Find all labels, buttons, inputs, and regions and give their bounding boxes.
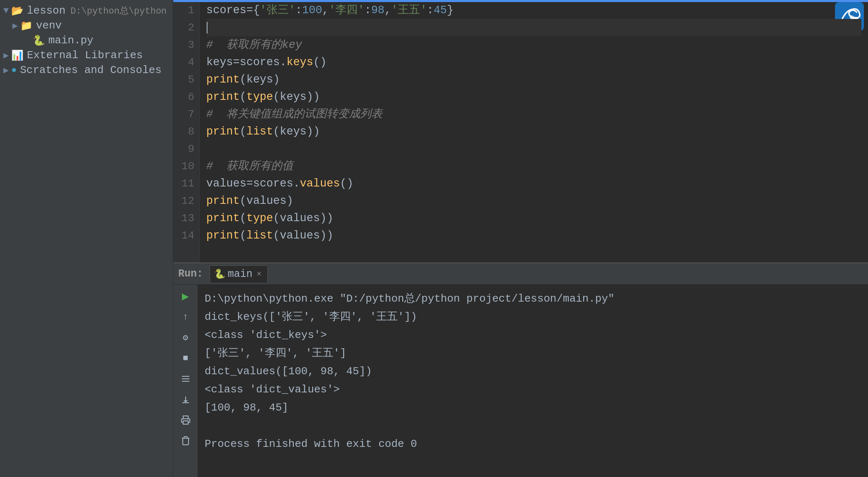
code-text-8: print(list(keys)) [206, 123, 320, 140]
svg-rect-5 [183, 421, 188, 424]
code-editor[interactable]: scores={'张三':100,'李四':98,'王五':45} # 获取所有… [200, 2, 868, 262]
code-text-13: print(type(values)) [206, 210, 333, 227]
main-area: 1 2 3 4 5 6 7 8 9 10 11 12 13 14 scores=… [173, 0, 868, 477]
code-line-8: print(list(keys)) [206, 123, 861, 140]
run-output-line-4: ['张三', '李四', '王五'] [205, 344, 861, 362]
run-scroll-up-button[interactable]: ↑ [178, 309, 193, 324]
sidebar: ▼ 📂 lesson D:\python总\python project\les… [0, 0, 173, 477]
line-num-11: 11 [173, 175, 194, 192]
line-num-10: 10 [173, 158, 194, 175]
code-line-6: print(type(keys)) [206, 88, 861, 106]
trash-icon [181, 436, 191, 446]
code-line-14: print(list(values)) [206, 227, 861, 244]
sidebar-item-main-py[interactable]: ▶ 🐍 main.py [0, 33, 173, 48]
line-numbers: 1 2 3 4 5 6 7 8 9 10 11 12 13 14 [173, 2, 200, 262]
run-output-area: ▶ ↑ ⚙ ■ [173, 285, 868, 477]
run-stop-button[interactable]: ■ [178, 351, 193, 366]
run-output-line-7: [100, 98, 45] [205, 399, 861, 417]
download-icon [181, 394, 191, 404]
run-output-line-1: D:\python\python.exe "D:/python总/python … [205, 290, 861, 308]
line-num-3: 3 [173, 36, 194, 54]
line-num-2: 2 [173, 19, 194, 36]
code-line-10: # 获取所有的值 [206, 158, 861, 175]
code-text-5: print(keys) [206, 71, 280, 88]
code-line-4: keys=scores.keys() [206, 54, 861, 71]
code-line-12: print(values) [206, 192, 861, 210]
line-num-13: 13 [173, 210, 194, 227]
sidebar-item-label-scratches: Scratches and Consoles [20, 64, 161, 76]
run-pin-button[interactable] [178, 371, 193, 386]
sidebar-item-path-lesson: D:\python总\python project\lesson [71, 5, 173, 17]
line-num-12: 12 [173, 192, 194, 210]
run-output-line-3: <class 'dict_keys'> [205, 326, 861, 344]
code-text-10: # 获取所有的值 [206, 158, 293, 175]
code-text-14: print(list(values)) [206, 227, 333, 244]
run-label: Run: [178, 268, 203, 280]
code-line-3: # 获取所有的key [206, 36, 861, 54]
code-text-11: values=scores.values() [206, 175, 353, 192]
run-output: D:\python\python.exe "D:/python总/python … [198, 285, 868, 477]
run-output-line-2: dict_keys(['张三', '李四', '王五']) [205, 308, 861, 326]
run-download-button[interactable] [178, 392, 193, 407]
code-text-6: print(type(keys)) [206, 88, 320, 106]
line-num-7: 7 [173, 106, 194, 123]
sidebar-item-scratches[interactable]: ▶ ● Scratches and Consoles [0, 63, 173, 78]
code-text-12: print(values) [206, 192, 293, 210]
code-text-7: # 将关键值组成的试图转变成列表 [206, 106, 382, 123]
editor-area: 1 2 3 4 5 6 7 8 9 10 11 12 13 14 scores=… [173, 0, 868, 262]
run-panel: Run: 🐍 main × ▶ ↑ ⚙ ■ [173, 262, 868, 477]
lines-icon [181, 374, 191, 384]
python-tab-icon: 🐍 [214, 269, 225, 280]
run-tab-name: main [228, 268, 252, 280]
sidebar-item-label-ext-lib: External Libraries [27, 49, 143, 61]
line-num-14: 14 [173, 227, 194, 244]
arrow-ext-lib: ▶ [3, 50, 9, 61]
code-text-3: # 获取所有的key [206, 36, 302, 54]
ext-lib-icon: 📊 [11, 50, 24, 61]
code-text-4: keys=scores.keys() [206, 54, 327, 71]
code-text-1: scores={'张三':100,'李四':98,'王五':45} [206, 2, 453, 19]
code-line-9 [206, 140, 861, 158]
run-toolbar: ▶ ↑ ⚙ ■ [173, 285, 198, 477]
line-num-4: 4 [173, 54, 194, 71]
run-output-line-8 [205, 417, 861, 435]
print-icon [181, 415, 191, 425]
sidebar-item-external-libraries[interactable]: ▶ 📊 External Libraries [0, 48, 173, 63]
run-tab-close[interactable]: × [257, 269, 262, 279]
code-line-13: print(type(values)) [206, 210, 861, 227]
code-line-2 [206, 19, 861, 36]
sidebar-item-label-venv: venv [36, 19, 61, 32]
folder-icon: 📁 [20, 20, 33, 32]
top-accent-bar [173, 0, 868, 2]
run-output-line-6: <class 'dict_values'> [205, 380, 861, 399]
arrow-venv: ▶ [12, 20, 18, 31]
folder-open-icon: 📂 [11, 5, 24, 17]
run-tab-main[interactable]: 🐍 main × [210, 265, 268, 283]
code-line-1: scores={'张三':100,'李四':98,'王五':45} [206, 2, 861, 19]
run-print-button[interactable] [178, 413, 193, 427]
sidebar-item-lesson[interactable]: ▼ 📂 lesson D:\python总\python project\les… [0, 3, 173, 18]
line-num-1: 1 [173, 2, 194, 19]
arrow-scratches: ▶ [3, 65, 9, 76]
line-num-9: 9 [173, 140, 194, 158]
code-line-7: # 将关键值组成的试图转变成列表 [206, 106, 861, 123]
sidebar-item-label-lesson: lesson [27, 5, 66, 17]
sidebar-tree: ▼ 📂 lesson D:\python总\python project\les… [0, 0, 173, 477]
run-trash-button[interactable] [178, 433, 193, 448]
run-tab-bar: Run: 🐍 main × [173, 263, 868, 285]
line-num-6: 6 [173, 88, 194, 106]
sidebar-item-label-main-py: main.py [48, 34, 93, 47]
sidebar-item-venv[interactable]: ▶ 📁 venv [0, 18, 173, 33]
python-file-icon: 🐍 [33, 35, 45, 47]
run-output-line-5: dict_values([100, 98, 45]) [205, 362, 861, 380]
run-play-button[interactable]: ▶ [178, 289, 193, 304]
scratch-icon: ● [11, 65, 17, 76]
run-settings-button[interactable]: ⚙ [178, 330, 193, 345]
line-num-8: 8 [173, 123, 194, 140]
arrow-lesson: ▼ [3, 6, 9, 16]
editor-cursor [207, 22, 208, 33]
line-num-5: 5 [173, 71, 194, 88]
code-line-5: print(keys) [206, 71, 861, 88]
run-output-line-9: Process finished with exit code 0 [205, 435, 861, 453]
editor-content: 1 2 3 4 5 6 7 8 9 10 11 12 13 14 scores=… [173, 0, 868, 262]
